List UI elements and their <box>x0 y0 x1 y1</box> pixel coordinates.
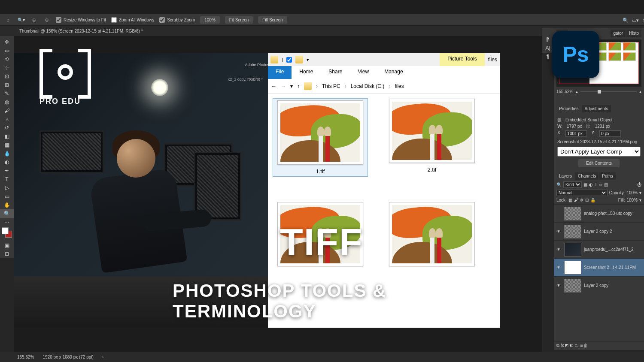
lasso-tool[interactable]: ⟲ <box>0 55 14 63</box>
blur-tool[interactable]: 💧 <box>0 149 14 158</box>
screen-mode-icon[interactable]: ⊡ <box>0 250 14 258</box>
filter-pixel-icon[interactable]: ▦ <box>583 182 587 187</box>
zoom-tool[interactable]: 🔍 <box>0 209 14 218</box>
layer-row[interactable]: 👁 Layer 2 copy 2 <box>554 222 644 240</box>
layer-row[interactable]: 👁 juanproedu_...cc2a4f71_2 <box>554 240 644 258</box>
filter-shape-icon[interactable]: ▱ <box>599 182 602 187</box>
filter-type-select[interactable]: Kind <box>563 181 582 188</box>
up-icon[interactable]: ↑ <box>297 83 300 89</box>
zoom-100-button[interactable]: 100% <box>200 16 220 24</box>
zoom-out-icon[interactable]: ⊖ <box>43 16 51 24</box>
zoom-all-checkbox[interactable]: Zoom All Windows <box>111 17 154 23</box>
move-tool[interactable]: ✥ <box>0 38 14 46</box>
tab-layers[interactable]: Layers <box>556 172 574 180</box>
opacity-value[interactable]: 100% <box>626 190 638 195</box>
selection-tool[interactable]: ⊹ <box>0 63 14 72</box>
file-item[interactable]: 1.tif <box>273 99 368 176</box>
lock-all-icon[interactable]: 🔒 <box>590 198 595 202</box>
back-icon[interactable]: ← <box>271 83 276 89</box>
tab-manage[interactable]: Manage <box>377 66 410 79</box>
visibility-icon[interactable]: 👁 <box>556 283 562 288</box>
gradient-tool[interactable]: ▦ <box>0 141 14 149</box>
filter-type-icon[interactable]: T <box>595 182 597 187</box>
frame-tool[interactable]: ⊞ <box>0 81 14 89</box>
lock-nested-icon[interactable]: ⊡ <box>585 198 589 202</box>
delete-layer-icon[interactable]: 🗑 <box>583 343 588 348</box>
tab-navigator[interactable]: gator <box>611 30 626 37</box>
zoom-in-icon[interactable]: ⊕ <box>30 16 38 24</box>
workspace-switcher-icon[interactable]: ▭▾ <box>632 18 639 23</box>
type-tool[interactable]: T <box>0 175 14 184</box>
path-tool[interactable]: ▷ <box>0 184 14 192</box>
pen-tool[interactable]: ✒ <box>0 166 14 175</box>
filter-adjust-icon[interactable]: ◐ <box>589 182 593 187</box>
tab-adjustments[interactable]: Adjustments <box>582 105 611 112</box>
tab-home[interactable]: Home <box>292 66 321 79</box>
eraser-tool[interactable]: ◧ <box>0 132 14 141</box>
paragraph-icon[interactable]: ¶ <box>547 54 549 60</box>
lock-transparency-icon[interactable]: ▦ <box>568 198 572 202</box>
search-icon[interactable]: 🔍 <box>623 18 629 23</box>
group-icon[interactable]: 🗀 <box>574 343 579 348</box>
glyphs-icon[interactable]: ⁋ <box>546 36 550 42</box>
fit-screen-button[interactable]: Fit Screen <box>225 16 253 24</box>
eyedropper-tool[interactable]: ✎ <box>0 89 14 98</box>
doc-zoom[interactable]: 155.52% <box>17 355 34 359</box>
tab-properties[interactable]: Properties <box>556 105 581 112</box>
forward-icon[interactable]: → <box>281 83 286 89</box>
lock-position-icon[interactable]: ✥ <box>580 198 583 202</box>
more-tools[interactable]: ⋯ <box>0 218 14 226</box>
scrubby-zoom-checkbox[interactable]: Scrubby Zoom <box>159 17 195 23</box>
color-swatches[interactable] <box>0 226 14 241</box>
adjustment-layer-icon[interactable]: ◐ <box>570 343 573 348</box>
folder-icon[interactable] <box>270 56 278 63</box>
zoom-in-button[interactable]: ▴ <box>639 89 641 94</box>
qat-dropdown-icon[interactable]: ▾ <box>307 57 309 63</box>
lock-image-icon[interactable]: 🖌 <box>574 198 578 202</box>
hand-tool[interactable]: ✋ <box>0 201 14 209</box>
visibility-icon[interactable]: 👁 <box>556 265 562 270</box>
dodge-tool[interactable]: ◐ <box>0 158 14 166</box>
new-layer-icon[interactable]: ⊞ <box>580 343 583 348</box>
layer-thumbnail[interactable] <box>564 225 581 238</box>
menu-bar[interactable] <box>0 0 644 14</box>
x-input[interactable] <box>565 130 587 137</box>
status-chevron-icon[interactable]: › <box>102 355 103 359</box>
history-brush-tool[interactable]: ↺ <box>0 124 14 132</box>
explorer-address-bar[interactable]: ← → ▾ ↑ › This PC › Local Disk (C:) › fi… <box>268 79 500 94</box>
stamp-tool[interactable]: ⟑ <box>0 115 14 124</box>
tab-paths[interactable]: Paths <box>599 172 616 180</box>
zoom-tool-icon[interactable]: 🔍▾ <box>17 16 25 24</box>
breadcrumb-segment[interactable]: files <box>395 83 404 89</box>
canvas[interactable]: Adobe Photoshop x2_1 copy, RGB/8) * | ▾ … <box>14 36 542 352</box>
tab-channels[interactable]: Channels <box>575 172 598 180</box>
tab-histogram[interactable]: Histo <box>626 30 641 37</box>
link-layers-icon[interactable]: ⧉ <box>556 343 559 348</box>
layer-comp-select[interactable]: Don't Apply Layer Comp <box>557 147 641 157</box>
filter-search-icon[interactable]: 🔍 <box>556 182 562 187</box>
resize-windows-checkbox[interactable]: Resize Windows to Fit <box>56 17 106 23</box>
file-item[interactable] <box>385 202 479 266</box>
shape-tool[interactable]: ▭ <box>0 192 14 201</box>
layer-row[interactable]: 👁 Layer 2 copy <box>554 276 644 294</box>
fill-value[interactable]: 100% <box>626 198 638 202</box>
layer-thumbnail[interactable] <box>564 207 581 220</box>
history-dropdown-icon[interactable]: ▾ <box>290 83 293 89</box>
quick-mask-icon[interactable]: ▣ <box>0 241 14 250</box>
visibility-icon[interactable]: 👁 <box>556 247 562 252</box>
healing-tool[interactable]: ◍ <box>0 98 14 106</box>
crop-tool[interactable]: ⊡ <box>0 72 14 81</box>
zoom-slider[interactable] <box>580 91 637 92</box>
tab-view[interactable]: View <box>350 66 377 79</box>
foreground-color[interactable] <box>2 227 9 234</box>
breadcrumb-segment[interactable]: Local Disk (C:) <box>351 83 385 89</box>
layer-thumbnail[interactable] <box>564 261 581 275</box>
folder-icon[interactable] <box>295 56 303 63</box>
fill-screen-button[interactable]: Fill Screen <box>258 16 287 24</box>
layer-row[interactable]: 👁 Screenshot 2...t 4.21.11PM <box>554 258 644 276</box>
marquee-tool[interactable]: ▭ <box>0 46 14 55</box>
layer-style-icon[interactable]: fx <box>561 343 564 348</box>
visibility-icon[interactable]: 👁 <box>556 229 562 234</box>
filter-toggle[interactable]: ⏻ <box>637 182 641 187</box>
layer-thumbnail[interactable] <box>564 243 581 256</box>
